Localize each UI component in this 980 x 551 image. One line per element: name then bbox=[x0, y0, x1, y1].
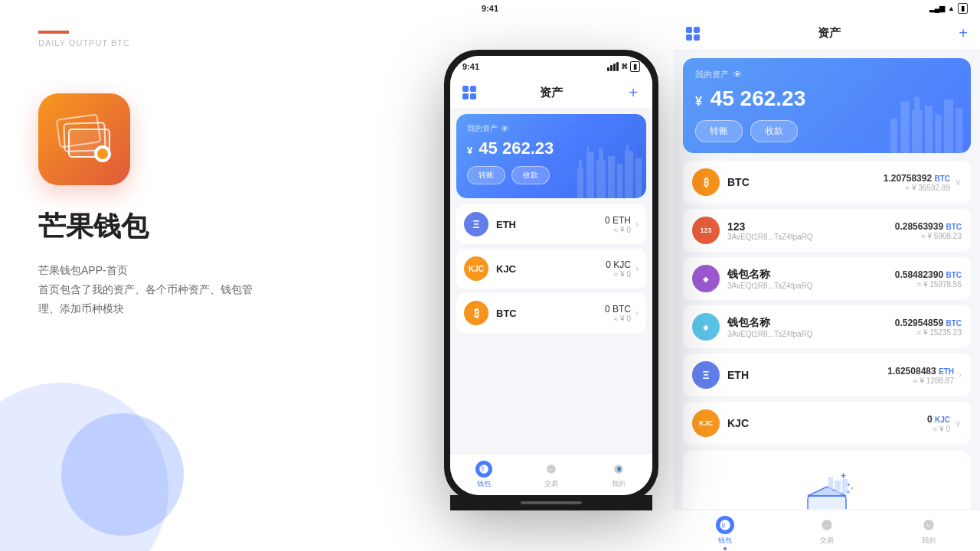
coin-item-kjc[interactable]: KJC KJC 0 KJC ≈ ¥ 0 › bbox=[456, 249, 646, 289]
chevron-right-icon: › bbox=[635, 263, 639, 274]
right-nav-trade[interactable]: ↔ 交易 bbox=[818, 516, 836, 546]
phone-coin-list: Ξ ETH 0 ETH ≈ ¥ 0 › KJC KJC 0 KJC ≈ ¥ 0 bbox=[450, 204, 652, 453]
right-asset-card: 我的资产 👁 ¥ 45 262.23 转账 收款 bbox=[683, 58, 971, 153]
right-battery-icon: ▮ bbox=[958, 3, 968, 14]
eye-icon[interactable]: 👁 bbox=[501, 124, 509, 133]
eth-create-box: + + 请先创建或导入ETH钱包 创建 导入 bbox=[683, 450, 971, 509]
right-add-icon[interactable]: + bbox=[959, 24, 968, 42]
right-header-title: 资产 bbox=[818, 26, 841, 41]
svg-rect-9 bbox=[626, 145, 629, 151]
svg-rect-28 bbox=[835, 481, 841, 494]
phone-header-title: 资产 bbox=[540, 86, 563, 100]
signal-icon bbox=[607, 62, 619, 71]
svg-point-33 bbox=[851, 487, 854, 490]
phone-status-icons: ⌘ ▮ bbox=[607, 61, 640, 72]
svg-text:+: + bbox=[841, 471, 846, 481]
wifi-icon: ⌘ bbox=[621, 63, 628, 70]
phone-time: 9:41 bbox=[462, 62, 479, 71]
receive-button[interactable]: 收款 bbox=[511, 166, 550, 184]
svg-rect-10 bbox=[587, 146, 589, 152]
right-btc-icon: ₿ bbox=[692, 168, 720, 196]
right-nav-mine[interactable]: U 我的 bbox=[920, 516, 938, 546]
svg-rect-4 bbox=[599, 148, 603, 160]
svg-point-35 bbox=[720, 520, 730, 530]
sub-brand: DAILY OUTPUT BTC bbox=[38, 38, 390, 47]
asset-label: 我的资产 👁 bbox=[467, 123, 635, 134]
right-grid-icon[interactable] bbox=[686, 27, 700, 41]
grid-icon[interactable] bbox=[462, 86, 476, 99]
right-coin-eth[interactable]: Ξ ETH 1.62508483 ETH ≈ ¥ 1288.87 › bbox=[683, 354, 971, 396]
svg-rect-19 bbox=[912, 110, 923, 153]
chevron-right-icon: › bbox=[635, 219, 639, 230]
right-status-bar: 9:41 ▂▄▆ ▲ ▮ bbox=[674, 0, 980, 17]
nav-mine[interactable]: 👤 我的 bbox=[610, 461, 627, 489]
right-content: 我的资产 👁 ¥ 45 262.23 转账 收款 bbox=[674, 51, 980, 509]
eth-icon: Ξ bbox=[464, 212, 488, 236]
svg-text:↔: ↔ bbox=[825, 522, 830, 527]
svg-rect-20 bbox=[915, 97, 920, 110]
svg-rect-24 bbox=[956, 109, 963, 154]
svg-text:₿: ₿ bbox=[481, 466, 484, 471]
nav-trade[interactable]: ↔ 交易 bbox=[543, 461, 560, 489]
chevron-down-icon2: ∨ bbox=[955, 418, 962, 429]
left-panel: DAILY OUTPUT BTC 芒果钱包 芒果钱包APP-首页 首页包含了我的… bbox=[0, 0, 429, 551]
phone-status-bar: 9:41 ⌘ ▮ bbox=[450, 56, 652, 77]
phone-header: 资产 + bbox=[450, 77, 652, 108]
chevron-right-icon: › bbox=[635, 308, 639, 318]
kjc-icon: KJC bbox=[464, 256, 488, 281]
coin-item-btc[interactable]: ₿ BTC 0 BTC ≈ ¥ 0 › bbox=[456, 293, 646, 333]
btc-icon: ₿ bbox=[464, 301, 488, 325]
svg-text:₿: ₿ bbox=[721, 521, 725, 528]
svg-rect-18 bbox=[901, 102, 910, 154]
right-coin-kjc[interactable]: KJC KJC 0 KJC ≈ ¥ 0 ∨ bbox=[683, 402, 971, 445]
right-nav-wallet[interactable]: ₿ 钱包 bbox=[716, 516, 734, 546]
right-mine-nav-icon: U bbox=[920, 516, 938, 534]
chevron-down-icon: ∨ bbox=[955, 177, 962, 187]
battery-icon: ▮ bbox=[630, 61, 640, 72]
coin-item-eth[interactable]: Ξ ETH 0 ETH ≈ ¥ 0 › bbox=[456, 204, 646, 244]
transfer-button[interactable]: 转账 bbox=[467, 166, 505, 184]
right-eye-icon[interactable]: 👁 bbox=[733, 69, 743, 80]
phone-frame: 9:41 ⌘ ▮ 资产 + bbox=[444, 50, 658, 501]
add-icon[interactable]: + bbox=[626, 86, 640, 99]
wallet2-icon: ◆ bbox=[692, 313, 720, 341]
right-coin-wallet1[interactable]: ◆ 钱包名称 3AvEQt1R8...TsZ4fpaRQ 0.58482390 … bbox=[683, 257, 971, 300]
right-status-icons: ▂▄▆ ▲ ▮ bbox=[929, 3, 968, 14]
right-signal-icon: ▂▄▆ bbox=[929, 5, 945, 12]
svg-point-32 bbox=[847, 491, 850, 494]
right-wifi-icon: ▲ bbox=[948, 5, 955, 12]
svg-rect-27 bbox=[828, 477, 833, 494]
svg-rect-23 bbox=[944, 99, 953, 153]
right-eth-icon: Ξ bbox=[692, 361, 720, 389]
right-bottom-nav: ₿ 钱包 ↔ 交易 U 我的 bbox=[674, 509, 980, 551]
svg-text:👤: 👤 bbox=[616, 466, 622, 472]
coin-123-icon: 123 bbox=[692, 217, 720, 244]
phone-asset-card: 我的资产 👁 ¥ 45 262.23 转账 收款 bbox=[456, 114, 646, 198]
right-transfer-button[interactable]: 转账 bbox=[695, 120, 743, 142]
right-panel: 9:41 ▂▄▆ ▲ ▮ 资产 + 我的资产 👁 ¥ 45 262.23 转账 bbox=[674, 0, 980, 551]
phone-mockup: 9:41 ⌘ ▮ 资产 + bbox=[429, 0, 674, 551]
svg-point-11 bbox=[479, 465, 488, 474]
app-desc: 芒果钱包APP-首页 首页包含了我的资产、各个币种资产、钱包管 理、添加币种模块 bbox=[38, 261, 390, 319]
right-topbar: 资产 + bbox=[674, 17, 980, 51]
right-coin-wallet2[interactable]: ◆ 钱包名称 3AvEQt1R8...TsZ4fpaRQ 0.52954859 … bbox=[683, 305, 971, 348]
right-coin-btc[interactable]: ₿ BTC 1.20758392 BTC ≈ ¥ 36592.89 ∨ bbox=[683, 161, 971, 204]
right-coin-123[interactable]: 123 123 3AvEQt1R8...TsZ4fpaRQ 0.28563939… bbox=[683, 209, 971, 252]
right-wallet-nav-icon: ₿ bbox=[716, 516, 734, 534]
wallet1-icon: ◆ bbox=[692, 265, 720, 292]
accent-line bbox=[38, 31, 69, 34]
svg-text:U: U bbox=[927, 522, 931, 527]
svg-rect-21 bbox=[925, 106, 933, 153]
svg-rect-2 bbox=[586, 152, 594, 198]
svg-rect-5 bbox=[608, 156, 615, 198]
svg-rect-0 bbox=[577, 168, 583, 198]
svg-text:+: + bbox=[847, 481, 851, 488]
right-trade-nav-icon: ↔ bbox=[818, 516, 836, 534]
right-kjc-icon: KJC bbox=[692, 409, 720, 437]
nav-wallet[interactable]: ₿ 钱包 bbox=[475, 461, 492, 489]
svg-rect-3 bbox=[596, 160, 606, 198]
svg-rect-22 bbox=[936, 114, 942, 153]
mine-nav-icon: 👤 bbox=[610, 461, 627, 478]
right-receive-button[interactable]: 收款 bbox=[750, 120, 798, 142]
svg-rect-8 bbox=[635, 158, 642, 198]
